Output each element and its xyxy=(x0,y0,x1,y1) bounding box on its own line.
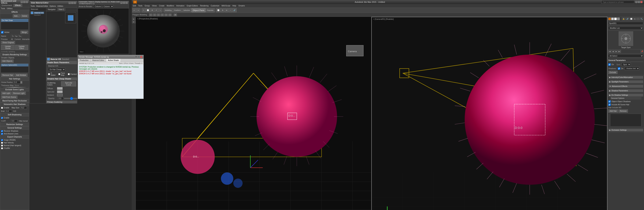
menu-tools[interactable]: Tools xyxy=(138,5,142,7)
pm-btn1[interactable]: ⬡ xyxy=(149,14,152,16)
add-hair-btn[interactable]: Add Hair xyxy=(608,109,618,113)
main-max-btn[interactable]: □ xyxy=(638,1,640,3)
select-region-btn[interactable]: ⬜ xyxy=(146,8,150,12)
adv-effects-header[interactable]: ▼ Advanced Effects xyxy=(608,85,643,88)
add-from-scene-btn[interactable]: Add From Scene xyxy=(1,96,18,99)
menu-customize[interactable]: Customize xyxy=(211,5,219,7)
menu-modifiers[interactable]: Modifiers xyxy=(167,5,174,7)
name-input[interactable] xyxy=(11,35,22,38)
twosided-checkbox[interactable] xyxy=(48,73,50,75)
rm-tab-production[interactable]: Production xyxy=(78,59,90,62)
add-light-btn[interactable]: Add Light xyxy=(1,92,11,95)
painted-checkbox[interactable] xyxy=(68,73,70,75)
all-select-dropdown[interactable]: All Select xyxy=(608,54,644,58)
pm-btn2[interactable]: ⬡ xyxy=(153,14,156,16)
rm-content-area[interactable]: SYSTEM: Production renderer is changed t… xyxy=(78,65,144,99)
rm-tab-material[interactable]: Material Editor xyxy=(90,59,106,62)
remove-hair-btn[interactable]: Remove Hair xyxy=(1,74,14,77)
close-btn[interactable]: × xyxy=(26,1,28,3)
render-setup-btn[interactable]: ⚙ xyxy=(221,8,224,12)
down-arrow[interactable]: ▼ xyxy=(20,82,22,84)
shader-dropdown[interactable]: Dx Hair Cheap xyxy=(48,68,65,71)
menu-edit[interactable]: Edit xyxy=(133,5,136,7)
ambient-swatch[interactable] xyxy=(57,94,62,96)
cam-max-btn[interactable]: □ xyxy=(123,2,125,4)
self-enable-checkbox[interactable] xyxy=(1,117,3,119)
menu-animation[interactable]: Animation xyxy=(176,5,184,7)
pm-btn6[interactable]: ⬡ xyxy=(168,14,172,16)
settings-gear-btn[interactable]: ⚙ xyxy=(174,14,177,16)
freeform-mode-btn[interactable]: Freeform xyxy=(173,8,182,12)
opacity-slider[interactable] xyxy=(64,98,77,99)
normal-tangent-checkbox[interactable] xyxy=(1,145,3,146)
occlusion-header[interactable]: ▶ Occlusion Settings xyxy=(608,129,643,131)
pm-btn5[interactable]: ⬡ xyxy=(164,14,168,16)
ms-pin-btn[interactable]: 📌 xyxy=(640,50,644,53)
receive-shadows-checkbox[interactable] xyxy=(1,130,3,132)
camera-render-content[interactable]: View 1 xyxy=(78,9,129,54)
maximize-btn[interactable]: □ xyxy=(23,1,26,3)
display-btn[interactable]: ⬡ xyxy=(636,18,640,20)
slate-utilities-menu[interactable]: Utilities xyxy=(57,5,63,7)
link-btn[interactable]: 🔗 xyxy=(626,18,629,20)
exclude-btn[interactable]: Exclude xyxy=(608,71,618,74)
shadow-type-select[interactable]: Shadow Setting xyxy=(625,67,640,70)
type-select[interactable]: Spot xyxy=(622,63,631,66)
cam-close-btn[interactable]: × xyxy=(126,2,128,4)
select-btn[interactable]: ↖ xyxy=(142,8,146,12)
material-list-item[interactable]: Material #25 Standard xyxy=(30,11,46,17)
enable-checkbox[interactable] xyxy=(1,107,3,109)
slate-view-area[interactable] xyxy=(46,11,77,57)
menu-help[interactable]: Help xyxy=(232,5,236,7)
facemap-checkbox[interactable] xyxy=(58,73,60,75)
diffuse-swatch[interactable] xyxy=(57,87,62,90)
ambient-color-swatch[interactable] xyxy=(608,18,611,20)
main-close-btn[interactable]: × xyxy=(640,1,642,3)
general-options-item[interactable]: General Options xyxy=(610,97,642,100)
ms-btn3[interactable]: ▶ xyxy=(615,50,618,53)
slate-options-menu[interactable]: Options xyxy=(50,5,56,7)
menu-maxscript[interactable]: MAXScript xyxy=(222,5,230,7)
add-multiple-btn[interactable]: Add Multiple xyxy=(15,74,28,77)
hair-object-item[interactable]: Sphere Sphere001 xyxy=(1,64,28,67)
tab-effects[interactable]: Effects xyxy=(14,4,22,7)
search-input[interactable] xyxy=(601,0,634,4)
effects-item[interactable]: Dn Hair Draw xyxy=(1,19,28,22)
minimize-btn[interactable]: _ xyxy=(21,1,23,3)
menu-graph-editors[interactable]: Graph Editors xyxy=(186,5,198,7)
render-column-select[interactable]: Column 1: Column xyxy=(93,5,114,8)
menu-rendering[interactable]: Rendering xyxy=(200,5,208,7)
nav-arrow-down[interactable]: ▼ xyxy=(132,21,136,23)
populate-mode-btn[interactable]: Populate xyxy=(206,8,214,12)
ms-btn1[interactable]: |◀ xyxy=(608,50,611,53)
main-min-btn[interactable]: _ xyxy=(635,1,638,3)
global-radius-input[interactable] xyxy=(14,81,20,84)
specular-curve-btn[interactable]: Specular Curve xyxy=(61,81,76,86)
ms-btn2[interactable]: ◀ xyxy=(612,50,614,53)
show-original-btn[interactable]: Show Original xyxy=(1,41,15,44)
slate-tools-menu[interactable]: Tools xyxy=(30,5,35,7)
perspective-viewport[interactable]: + [Perspective] [Realistic] xyxy=(136,17,372,210)
modeling-mode-btn[interactable]: Modeling xyxy=(164,8,173,12)
up-arrow[interactable]: ▲ xyxy=(20,81,22,82)
merge-btn[interactable]: Merge xyxy=(20,31,28,34)
intensity-header[interactable]: ▶ Intensity/Color/Attenuation xyxy=(608,76,643,79)
schematic-btn[interactable]: 🔗 xyxy=(232,8,236,12)
lock-btn[interactable]: 🔒 xyxy=(622,18,625,20)
add-btn[interactable]: Add... xyxy=(13,15,20,18)
on-checkbox[interactable] xyxy=(608,63,611,66)
anti-aliased-checkbox[interactable] xyxy=(1,133,3,135)
navigator-label[interactable]: Navigator xyxy=(46,8,57,11)
rm-close-btn[interactable]: × xyxy=(140,56,142,58)
render-btn[interactable]: ⬜ xyxy=(216,8,220,12)
diffuse-color-swatch[interactable] xyxy=(611,18,614,20)
remove-hair-btn2[interactable]: Remove xyxy=(618,109,628,113)
hierarchy-btn[interactable]: ⬜ xyxy=(630,18,633,20)
slate-max-btn[interactable]: □ xyxy=(71,2,73,4)
rm-min-btn[interactable]: _ xyxy=(135,56,137,58)
modifier-list-dropdown[interactable]: Modifier List xyxy=(608,26,643,30)
shadow-params-header[interactable]: ▶ Shadow Parameters xyxy=(608,89,643,92)
ox-shadow-header[interactable]: ▶ Ox Shadow Settings xyxy=(608,94,643,96)
include-scene-hair-checkbox[interactable] xyxy=(608,103,611,106)
spotlight-header[interactable]: ▶ Spotlight Parameters xyxy=(608,80,643,83)
